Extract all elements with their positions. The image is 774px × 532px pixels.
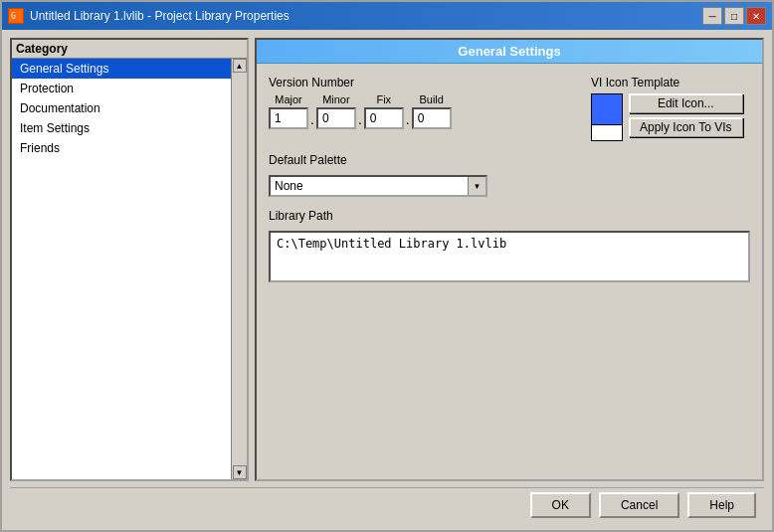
main-window: G Untitled Library 1.lvlib - Project Lib… bbox=[0, 0, 774, 532]
vi-icon-label: VI Icon Template bbox=[591, 76, 679, 89]
icon-preview-area: Edit Icon... Apply Icon To VIs bbox=[591, 93, 743, 141]
dot-2: . bbox=[356, 111, 364, 127]
category-list-scroll: General Settings Protection Documentatio… bbox=[12, 59, 247, 479]
scroll-down-arrow[interactable]: ▼ bbox=[233, 465, 247, 479]
category-item-documentation[interactable]: Documentation bbox=[12, 98, 231, 118]
build-label: Build bbox=[419, 93, 443, 105]
category-scrollbar: ▲ ▼ bbox=[231, 59, 247, 479]
version-minor-col: Minor bbox=[316, 93, 356, 129]
settings-panel: General Settings Version Number Major bbox=[255, 38, 764, 481]
fix-input[interactable] bbox=[364, 107, 404, 129]
category-item-friends[interactable]: Friends bbox=[12, 138, 231, 158]
path-section: Library Path C:\Temp\Untitled Library 1.… bbox=[269, 209, 750, 282]
window-title: Untitled Library 1.lvlib - Project Libra… bbox=[30, 9, 290, 23]
close-button[interactable]: ✕ bbox=[746, 7, 766, 25]
version-fix-col: Fix bbox=[364, 93, 404, 129]
library-path-input[interactable]: C:\Temp\Untitled Library 1.lvlib bbox=[269, 231, 750, 282]
scroll-up-arrow[interactable]: ▲ bbox=[233, 59, 247, 73]
cancel-button[interactable]: Cancel bbox=[599, 492, 679, 518]
fix-label: Fix bbox=[376, 93, 391, 105]
settings-header: General Settings bbox=[257, 40, 762, 64]
icon-bottom-white bbox=[591, 125, 623, 141]
version-build-col: Build bbox=[412, 93, 452, 129]
version-number-label: Version Number bbox=[269, 76, 571, 89]
category-item-general[interactable]: General Settings bbox=[12, 59, 231, 79]
major-label: Major bbox=[275, 93, 302, 105]
main-content: Category General Settings Protection Doc… bbox=[10, 38, 764, 481]
version-section: Version Number Major . Minor bbox=[269, 76, 571, 141]
icon-preview bbox=[591, 93, 623, 141]
dot-3: . bbox=[404, 111, 412, 127]
major-input[interactable] bbox=[269, 107, 308, 129]
help-button[interactable]: Help bbox=[687, 492, 756, 518]
ok-button[interactable]: OK bbox=[530, 492, 591, 518]
category-item-protection[interactable]: Protection bbox=[12, 79, 231, 98]
palette-dropdown[interactable]: None ▼ bbox=[269, 175, 487, 197]
scroll-track bbox=[233, 73, 247, 465]
default-palette-label: Default Palette bbox=[269, 153, 750, 167]
settings-top-row: Version Number Major . Minor bbox=[269, 76, 750, 141]
category-label: Category bbox=[12, 40, 247, 59]
icon-top-blue bbox=[591, 93, 623, 125]
settings-body: Version Number Major . Minor bbox=[257, 64, 762, 479]
palette-value: None bbox=[271, 179, 468, 193]
title-bar: G Untitled Library 1.lvlib - Project Lib… bbox=[2, 2, 772, 30]
apply-icon-button[interactable]: Apply Icon To VIs bbox=[629, 117, 743, 137]
dot-1: . bbox=[308, 111, 316, 127]
palette-section: Default Palette None ▼ bbox=[269, 153, 750, 197]
library-path-label: Library Path bbox=[269, 209, 750, 223]
minor-input[interactable] bbox=[316, 107, 356, 129]
category-list-items: General Settings Protection Documentatio… bbox=[12, 59, 231, 479]
palette-dropdown-arrow[interactable]: ▼ bbox=[468, 177, 485, 195]
bottom-bar: OK Cancel Help bbox=[10, 487, 764, 522]
edit-icon-button[interactable]: Edit Icon... bbox=[629, 93, 743, 113]
version-fields: Major . Minor . Fix bbox=[269, 93, 571, 129]
minimize-button[interactable]: ─ bbox=[702, 7, 722, 25]
build-input[interactable] bbox=[412, 107, 452, 129]
icon-buttons: Edit Icon... Apply Icon To VIs bbox=[629, 93, 743, 137]
title-bar-left: G Untitled Library 1.lvlib - Project Lib… bbox=[8, 8, 290, 24]
minor-label: Minor bbox=[322, 93, 350, 105]
title-buttons: ─ □ ✕ bbox=[702, 7, 766, 25]
svg-text:G: G bbox=[11, 12, 16, 21]
window-icon: G bbox=[8, 8, 24, 24]
version-major-col: Major bbox=[269, 93, 308, 129]
maximize-button[interactable]: □ bbox=[724, 7, 744, 25]
vi-icon-section: VI Icon Template Edit Icon... Apply Icon… bbox=[591, 76, 750, 141]
category-panel: Category General Settings Protection Doc… bbox=[10, 38, 249, 481]
category-item-item-settings[interactable]: Item Settings bbox=[12, 118, 231, 138]
window-body: Category General Settings Protection Doc… bbox=[2, 30, 772, 530]
